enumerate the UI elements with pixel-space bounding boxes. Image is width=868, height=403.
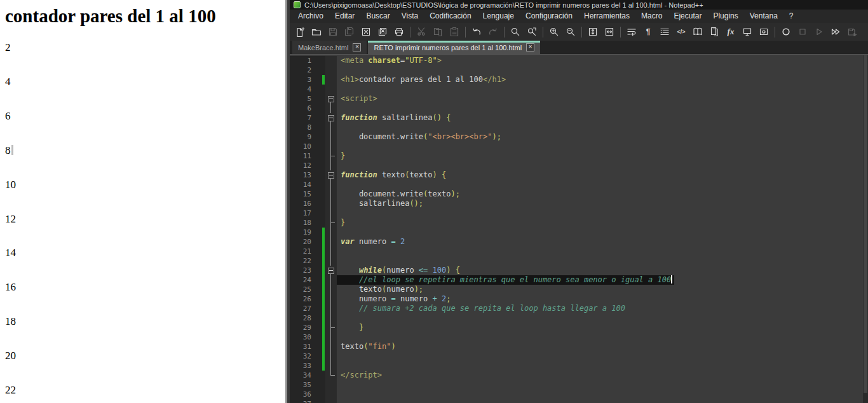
zoom-in-button[interactable] bbox=[548, 26, 560, 38]
code-line-25[interactable]: 25 texto(numero); bbox=[290, 285, 863, 294]
code-line-29[interactable]: 29 } bbox=[290, 323, 863, 332]
code-text[interactable]: <h1>contador pares del 1 al 100</h1> bbox=[337, 75, 863, 85]
code-line-21[interactable]: 21 bbox=[290, 247, 863, 256]
menu-item-macro[interactable]: Macro bbox=[635, 10, 668, 23]
code-text[interactable] bbox=[337, 228, 863, 237]
code-text[interactable]: texto("fin") bbox=[337, 342, 863, 352]
menu-item-vista[interactable]: Vista bbox=[396, 10, 424, 23]
fold-marker[interactable] bbox=[325, 94, 337, 104]
code-text[interactable] bbox=[337, 313, 863, 323]
sync-horizontal-button[interactable] bbox=[604, 26, 615, 38]
code-line-35[interactable]: 35 bbox=[290, 380, 863, 390]
code-line-4[interactable]: 4 bbox=[290, 85, 863, 94]
tab-close-icon[interactable]: ✕ bbox=[353, 43, 361, 51]
code-line-32[interactable]: 32 bbox=[290, 352, 863, 361]
code-text[interactable]: numero = numero + 2; bbox=[337, 294, 863, 304]
fold-marker[interactable] bbox=[325, 371, 337, 380]
fold-marker[interactable] bbox=[325, 218, 337, 228]
code-editor[interactable]: 1<meta charset="UTF-8">23<h1>contador pa… bbox=[290, 55, 863, 403]
code-line-3[interactable]: 3<h1>contador pares del 1 al 100</h1> bbox=[290, 75, 863, 85]
code-text[interactable] bbox=[337, 332, 863, 342]
menu-item-editar[interactable]: Editar bbox=[329, 10, 360, 23]
code-line-30[interactable]: 30 bbox=[290, 332, 863, 342]
code-line-15[interactable]: 15 document.write(texto); bbox=[290, 189, 863, 199]
code-line-24[interactable]: 24 //el loop se repetira mientras que el… bbox=[290, 275, 863, 285]
code-line-8[interactable]: 8 bbox=[290, 123, 863, 132]
code-text[interactable]: // sumara +2 cada que se repita el loop … bbox=[337, 304, 863, 313]
tab-2-active[interactable]: RETO imprimir numeros pares del 1 al 100… bbox=[368, 41, 540, 54]
menu-item-herramientas[interactable]: Herramientas bbox=[578, 10, 635, 23]
code-line-11[interactable]: 11} bbox=[290, 151, 863, 161]
code-text[interactable]: texto(numero); bbox=[337, 285, 863, 294]
code-line-36[interactable]: 36 bbox=[290, 390, 863, 399]
code-line-17[interactable]: 17 bbox=[290, 208, 863, 218]
code-text[interactable]: document.write("<br><br><br>"); bbox=[337, 132, 863, 142]
code-text[interactable]: saltarlinea(); bbox=[337, 199, 863, 208]
code-line-27[interactable]: 27 // sumara +2 cada que se repita el lo… bbox=[290, 304, 863, 313]
menu-item-codificacion[interactable]: Codificación bbox=[424, 10, 477, 23]
code-text[interactable] bbox=[337, 123, 863, 132]
zoom-out-button[interactable] bbox=[565, 26, 576, 38]
menu-item-archivo[interactable]: Archivo bbox=[292, 10, 329, 23]
code-line-16[interactable]: 16 saltarlinea(); bbox=[290, 199, 863, 208]
code-text[interactable] bbox=[337, 352, 863, 361]
code-line-2[interactable]: 2 bbox=[290, 65, 863, 75]
code-text[interactable] bbox=[337, 104, 863, 113]
code-line-31[interactable]: 31texto("fin") bbox=[290, 342, 863, 352]
code-text[interactable]: function texto(texto) { bbox=[337, 170, 863, 180]
scrollbar-thumb[interactable] bbox=[864, 55, 867, 393]
doc-switcher-button[interactable] bbox=[758, 26, 770, 38]
tab-close-icon[interactable]: ✕ bbox=[526, 43, 534, 51]
code-line-1[interactable]: 1<meta charset="UTF-8"> bbox=[290, 56, 863, 65]
code-line-26[interactable]: 26 numero = numero + 2; bbox=[290, 294, 863, 304]
fold-marker[interactable] bbox=[325, 170, 337, 180]
code-line-20[interactable]: 20var numero = 2 bbox=[290, 237, 863, 247]
menu-item-lenguaje[interactable]: Lenguaje bbox=[477, 10, 520, 23]
code-line-23[interactable]: 23 while(numero <= 100) { bbox=[290, 266, 863, 275]
monitor-button[interactable] bbox=[742, 26, 753, 38]
code-line-6[interactable]: 6 bbox=[290, 104, 863, 113]
code-line-9[interactable]: 9 document.write("<br><br><br>"); bbox=[290, 132, 863, 142]
code-text[interactable] bbox=[337, 161, 863, 170]
print-button[interactable] bbox=[393, 26, 405, 38]
code-text[interactable]: } bbox=[337, 218, 863, 228]
code-text[interactable]: var numero = 2 bbox=[337, 237, 863, 247]
macro-run-all-button[interactable] bbox=[830, 26, 841, 38]
word-wrap-button[interactable] bbox=[626, 26, 637, 38]
user-language-button[interactable]: </> bbox=[675, 26, 687, 38]
code-line-19[interactable]: 19 bbox=[290, 228, 863, 237]
editor-scrollbar[interactable] bbox=[863, 55, 868, 403]
code-text[interactable] bbox=[337, 380, 863, 390]
code-line-18[interactable]: 18} bbox=[290, 218, 863, 228]
code-text[interactable]: <meta charset="UTF-8"> bbox=[337, 56, 863, 65]
code-text[interactable]: } bbox=[337, 323, 863, 332]
code-text[interactable] bbox=[337, 208, 863, 218]
code-line-10[interactable]: 10 bbox=[290, 142, 863, 151]
code-text[interactable] bbox=[337, 247, 863, 256]
code-line-22[interactable]: 22 bbox=[290, 256, 863, 266]
fold-marker[interactable] bbox=[325, 266, 337, 275]
fold-marker[interactable] bbox=[325, 113, 337, 123]
code-line-7[interactable]: 7function saltarlinea() { bbox=[290, 113, 863, 123]
menu-item-ventana[interactable]: Ventana bbox=[744, 10, 783, 23]
tab-1[interactable]: MakeBrace.html✕ bbox=[292, 41, 367, 54]
menu-item-buscar[interactable]: Buscar bbox=[360, 10, 395, 23]
document-list-button[interactable] bbox=[709, 26, 720, 38]
code-text[interactable] bbox=[337, 65, 863, 75]
close-file-button[interactable] bbox=[360, 26, 372, 38]
find-button[interactable] bbox=[510, 26, 521, 38]
code-text[interactable]: function saltarlinea() { bbox=[337, 113, 863, 123]
document-map-button[interactable] bbox=[692, 26, 703, 38]
undo-button[interactable] bbox=[471, 26, 482, 38]
code-text[interactable]: document.write(texto); bbox=[337, 189, 863, 199]
code-text[interactable]: } bbox=[337, 151, 863, 161]
replace-button[interactable] bbox=[526, 26, 538, 38]
code-line-28[interactable]: 28 bbox=[290, 313, 863, 323]
code-text[interactable] bbox=[337, 180, 863, 189]
menu-item-configuracion[interactable]: Configuración bbox=[520, 10, 578, 23]
code-text[interactable] bbox=[337, 390, 863, 399]
code-line-12[interactable]: 12 bbox=[290, 161, 863, 170]
open-file-button[interactable] bbox=[311, 26, 322, 38]
code-text[interactable]: <script> bbox=[337, 94, 863, 104]
code-text[interactable] bbox=[337, 85, 863, 94]
